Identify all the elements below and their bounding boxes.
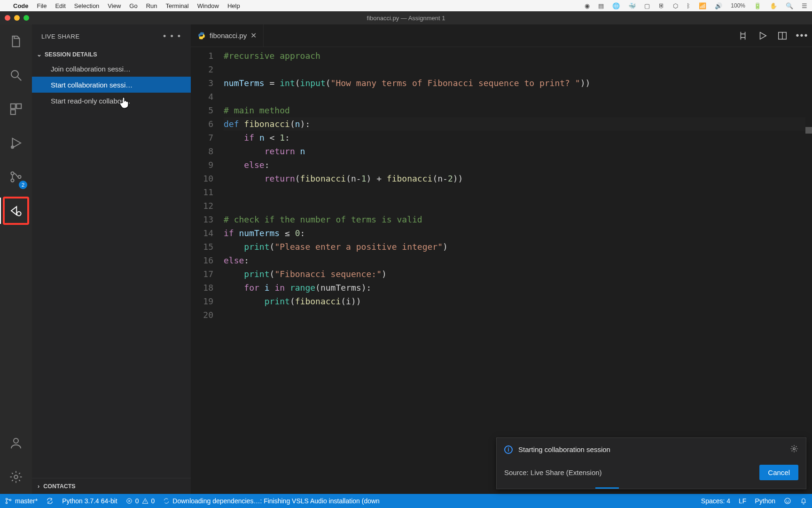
svg-point-8 bbox=[17, 212, 21, 216]
menu-selection[interactable]: Selection bbox=[74, 2, 99, 9]
editor-tabbar: fibonacci.py ✕ ••• bbox=[191, 24, 812, 47]
status-problems[interactable]: 0 0 bbox=[126, 497, 155, 505]
menubar-bluetooth-icon[interactable]: ᛒ bbox=[687, 2, 690, 9]
svg-point-7 bbox=[18, 175, 21, 178]
toast-cancel-button[interactable]: Cancel bbox=[759, 465, 798, 480]
svg-point-6 bbox=[11, 179, 14, 182]
window-minimize-button[interactable] bbox=[14, 15, 20, 21]
menubar-volume-icon[interactable]: 🔊 bbox=[715, 2, 722, 9]
svg-point-0 bbox=[11, 71, 18, 78]
python-file-icon bbox=[197, 32, 206, 40]
status-feedback-icon[interactable] bbox=[784, 497, 791, 505]
svg-point-5 bbox=[11, 172, 14, 175]
svg-point-17 bbox=[785, 498, 790, 504]
sidebar-item-join[interactable]: Join collaboration sessi… bbox=[32, 61, 191, 77]
menubar-globe-icon[interactable]: 🌐 bbox=[612, 2, 620, 9]
chevron-down-icon: ⌄ bbox=[37, 51, 42, 58]
macos-menubar: Code File Edit Selection View Go Run Ter… bbox=[0, 0, 812, 11]
menubar-docker-icon[interactable]: 🐳 bbox=[628, 2, 636, 9]
editor-tab-fibonacci[interactable]: fibonacci.py ✕ bbox=[191, 24, 264, 47]
status-bar: master* Python 3.7.4 64-bit 0 0 Download… bbox=[0, 494, 812, 508]
activity-account[interactable] bbox=[0, 426, 32, 460]
sidebar-more-icon[interactable]: • • • bbox=[163, 32, 181, 41]
editor-action-run[interactable] bbox=[753, 24, 773, 47]
window-titlebar[interactable]: fibonacci.py — Assignment 1 bbox=[0, 11, 812, 24]
svg-rect-2 bbox=[16, 104, 21, 109]
sidebar-contacts-label: CONTACTS bbox=[43, 483, 76, 490]
menubar-control-center-icon[interactable]: ☰ bbox=[802, 2, 807, 9]
activity-debug[interactable] bbox=[0, 126, 32, 160]
svg-point-15 bbox=[9, 499, 11, 500]
chevron-right-icon: › bbox=[38, 483, 39, 490]
menu-window[interactable]: Window bbox=[197, 2, 219, 9]
menu-run[interactable]: Run bbox=[146, 2, 157, 9]
status-download[interactable]: Downloading dependencies…: Finishing VSL… bbox=[163, 497, 692, 505]
status-branch[interactable]: master* bbox=[5, 497, 38, 505]
minimap[interactable] bbox=[805, 47, 812, 494]
svg-point-14 bbox=[6, 502, 7, 503]
sidebar-item-start[interactable]: Start collaboration sessi… bbox=[32, 77, 191, 93]
toast-title: Starting collaboration session bbox=[518, 445, 784, 453]
sidebar-section-session-details[interactable]: ⌄ SESSION DETAILS bbox=[32, 48, 191, 61]
minimap-thumb[interactable] bbox=[805, 127, 812, 134]
menu-edit[interactable]: Edit bbox=[55, 2, 65, 9]
status-language[interactable]: Python bbox=[755, 497, 775, 505]
menu-go[interactable]: Go bbox=[129, 2, 137, 9]
menubar-package-icon[interactable]: ▢ bbox=[644, 2, 650, 9]
activity-settings[interactable] bbox=[0, 460, 32, 494]
menu-help[interactable]: Help bbox=[227, 2, 240, 9]
svg-point-18 bbox=[786, 500, 787, 500]
activity-live-share[interactable] bbox=[0, 194, 32, 228]
menu-terminal[interactable]: Terminal bbox=[166, 2, 189, 9]
window-maximize-button[interactable] bbox=[23, 15, 29, 21]
vscode-window: fibonacci.py — Assignment 1 bbox=[0, 11, 812, 508]
editor-action-compare[interactable] bbox=[733, 24, 753, 47]
menubar-spaces-icon[interactable]: ▤ bbox=[598, 2, 604, 9]
status-bell-icon[interactable] bbox=[800, 497, 807, 505]
status-download-label: Downloading dependencies…: Finishing VSL… bbox=[172, 497, 380, 505]
window-close-button[interactable] bbox=[5, 15, 10, 21]
menubar-record-icon[interactable]: ◉ bbox=[585, 2, 590, 9]
status-python-version[interactable]: Python 3.7.4 64-bit bbox=[62, 497, 117, 505]
activity-search[interactable] bbox=[0, 58, 32, 92]
notification-toast: i Starting collaboration session Source:… bbox=[496, 437, 806, 489]
menubar-hand-icon[interactable]: ✋ bbox=[770, 2, 777, 9]
toast-settings-icon[interactable] bbox=[790, 444, 798, 454]
source-control-badge: 2 bbox=[19, 181, 27, 189]
sidebar-section-contacts[interactable]: › CONTACTS bbox=[32, 478, 191, 494]
code-area[interactable]: 1234567891011121314151617181920 #recursi… bbox=[191, 47, 812, 494]
svg-point-9 bbox=[14, 438, 18, 443]
editor-action-more[interactable]: ••• bbox=[792, 24, 812, 47]
status-branch-label: master* bbox=[15, 497, 38, 505]
status-warnings-count: 0 bbox=[151, 497, 155, 505]
app-menu[interactable]: Code bbox=[13, 2, 29, 9]
editor-action-split[interactable] bbox=[773, 24, 792, 47]
status-errors-count: 0 bbox=[135, 497, 139, 505]
sidebar-item-start-readonly[interactable]: Start read-only collabor… bbox=[32, 93, 191, 109]
sidebar-title: LIVE SHARE bbox=[41, 33, 80, 40]
menu-view[interactable]: View bbox=[108, 2, 121, 9]
activity-source-control[interactable]: 2 bbox=[0, 160, 32, 194]
window-title: fibonacci.py — Assignment 1 bbox=[0, 15, 812, 22]
menubar-spotlight-icon[interactable]: 🔍 bbox=[786, 2, 793, 9]
activity-explorer[interactable] bbox=[0, 24, 32, 58]
toast-source: Source: Live Share (Extension) bbox=[504, 468, 602, 476]
line-numbers: 1234567891011121314151617181920 bbox=[191, 47, 224, 494]
tab-close-icon[interactable]: ✕ bbox=[250, 31, 257, 40]
menubar-battery-icon[interactable]: 🔋 bbox=[754, 2, 761, 9]
menubar-dropbox-icon[interactable]: ⬡ bbox=[673, 2, 678, 9]
menubar-shield-icon[interactable]: ⛨ bbox=[658, 2, 664, 9]
menu-file[interactable]: File bbox=[37, 2, 47, 9]
sidebar-item-label: Join collaboration sessi… bbox=[51, 65, 131, 73]
code-content[interactable]: #recursive approachnumTerms = int(input(… bbox=[224, 47, 812, 494]
menubar-wifi-icon[interactable]: 📶 bbox=[699, 2, 706, 9]
sidebar-item-label: Start read-only collabor… bbox=[51, 97, 131, 105]
editor: fibonacci.py ✕ ••• 123456789101112 bbox=[191, 24, 812, 494]
status-spaces[interactable]: Spaces: 4 bbox=[701, 497, 730, 505]
status-sync[interactable] bbox=[46, 497, 54, 505]
status-eol[interactable]: LF bbox=[739, 497, 746, 505]
activity-active-indicator bbox=[0, 198, 1, 224]
activity-extensions[interactable] bbox=[0, 92, 32, 126]
sidebar-section-label: SESSION DETAILS bbox=[45, 51, 97, 58]
svg-point-10 bbox=[14, 475, 18, 479]
